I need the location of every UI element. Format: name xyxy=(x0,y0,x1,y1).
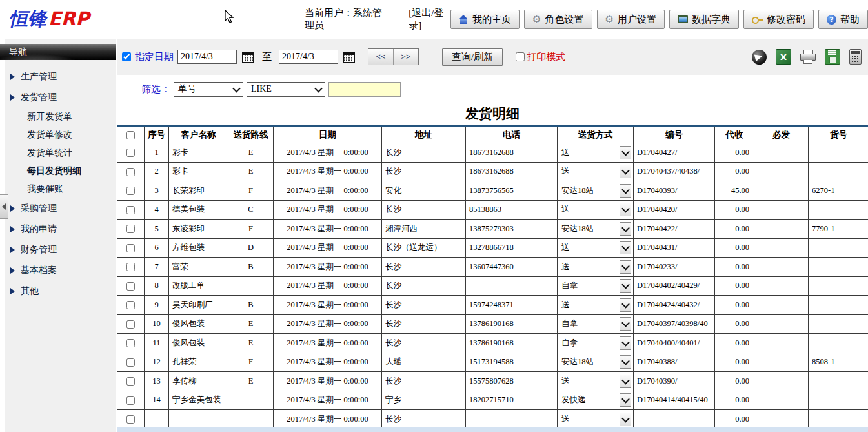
row-checkbox[interactable] xyxy=(126,168,135,176)
delivery-method-select[interactable]: 自拿 xyxy=(561,334,631,353)
filter-input[interactable] xyxy=(328,82,401,97)
delivery-method-select[interactable]: 送 xyxy=(561,143,631,162)
sidebar-item-其他[interactable]: 其他 xyxy=(0,281,116,302)
sidebar-item-我要催账[interactable]: 我要催账 xyxy=(0,180,116,198)
chevron-down-icon xyxy=(620,203,631,216)
seq-cell: 9 xyxy=(145,296,169,315)
row-checkbox[interactable] xyxy=(126,377,135,386)
calendar-icon[interactable] xyxy=(242,52,254,63)
change-password-button[interactable]: 修改密码 xyxy=(743,10,814,29)
cargo-number-cell: 8508-1 xyxy=(809,353,868,372)
delivery-method-value: 送 xyxy=(561,204,570,215)
sidebar-item-新开发货单[interactable]: 新开发货单 xyxy=(0,108,116,126)
table-row: 5东凌彩印F2017/4/3 星期一 0:00:00湘潭河西1387527930… xyxy=(117,220,868,239)
help-button[interactable]: 帮助 xyxy=(818,10,868,29)
sidebar-item-生产管理[interactable]: 生产管理 xyxy=(0,67,116,87)
calculator-icon[interactable] xyxy=(849,49,862,65)
row-checkbox[interactable] xyxy=(126,415,135,424)
delivery-method-select[interactable]: 送 xyxy=(561,163,631,181)
delivery-method-select[interactable]: 送 xyxy=(561,296,631,314)
delivery-method-select[interactable]: 发快递 xyxy=(561,391,631,410)
cargo-number-cell: 7790-1 xyxy=(809,220,868,239)
sidebar-item-每日发货明细[interactable]: 每日发货明细 xyxy=(0,162,116,180)
row-checkbox[interactable] xyxy=(126,358,135,367)
excel-export-icon[interactable] xyxy=(776,49,791,65)
user-settings-button[interactable]: ⚙ 用户设置 xyxy=(597,10,665,29)
delivery-method-select[interactable]: 自拿 xyxy=(561,277,631,296)
row-checkbox[interactable] xyxy=(126,339,135,347)
date-filter-checkbox[interactable] xyxy=(122,52,131,61)
collect-amount-cell: 0.00 xyxy=(715,391,754,410)
print-mode-label: 打印模式 xyxy=(527,51,565,63)
calendar-icon[interactable] xyxy=(343,52,355,63)
sidebar-item-财务管理[interactable]: 财务管理 xyxy=(0,240,116,260)
delivery-method-select[interactable]: 安达18站 xyxy=(561,353,631,372)
my-home-button[interactable]: 我的主页 xyxy=(450,10,520,29)
row-checkbox[interactable] xyxy=(126,320,135,329)
row-checkbox[interactable] xyxy=(126,149,135,157)
row-checkbox-cell xyxy=(117,276,145,296)
delivery-method-select[interactable]: 送 xyxy=(561,239,631,258)
query-refresh-button[interactable]: 查询/刷新 xyxy=(442,48,503,66)
sidebar-collapse-arrow-icon[interactable] xyxy=(0,194,8,219)
column-header-日期: 日期 xyxy=(274,126,382,143)
phone-cell: 13875279303 xyxy=(466,220,558,239)
delivery-method-select[interactable]: 自拿 xyxy=(561,315,631,334)
sidebar-item-发货单统计[interactable]: 发货单统计 xyxy=(0,144,116,162)
row-checkbox[interactable] xyxy=(126,301,135,309)
column-header-代收: 代收 xyxy=(715,126,754,143)
row-checkbox[interactable] xyxy=(126,263,135,271)
row-checkbox[interactable] xyxy=(126,225,135,233)
filter-field-select[interactable]: 单号 xyxy=(174,82,243,97)
date-from-input[interactable] xyxy=(177,50,237,64)
role-settings-button[interactable]: ⚙ 角色设置 xyxy=(524,10,592,29)
delivery-method-select[interactable]: 送 xyxy=(561,201,631,220)
data-dictionary-button[interactable]: 数据字典 xyxy=(669,10,739,29)
address-cell: 长沙 xyxy=(382,314,466,334)
must-send-cell xyxy=(754,200,809,220)
sidebar-item-发货管理[interactable]: 发货管理 xyxy=(0,87,116,108)
date-to-input[interactable] xyxy=(279,50,338,64)
row-checkbox-cell xyxy=(117,200,145,220)
address-cell: 长沙 xyxy=(382,276,466,296)
must-send-cell xyxy=(754,276,809,296)
bottom-scrollbar[interactable] xyxy=(117,427,868,432)
row-checkbox[interactable] xyxy=(126,396,135,405)
delivery-method-cell: 送 xyxy=(558,238,634,258)
row-checkbox[interactable] xyxy=(126,187,135,195)
delivery-method-select[interactable]: 送 xyxy=(561,410,631,429)
code-cell: D17040422/ xyxy=(634,220,715,239)
delivery-method-select[interactable]: 送 xyxy=(561,372,631,391)
delivery-method-cell: 发快递 xyxy=(558,391,634,410)
logout-link[interactable]: [退出/登录] xyxy=(409,7,450,32)
date-filter-label: 指定日期 xyxy=(135,51,174,63)
delivery-method-select[interactable]: 安达18站 xyxy=(561,181,631,200)
row-checkbox-cell xyxy=(117,181,145,201)
print-mode-checkbox[interactable] xyxy=(516,52,525,61)
sidebar-item-采购管理[interactable]: 采购管理 xyxy=(0,198,116,219)
phone-cell: 15974248371 xyxy=(466,296,558,315)
delivery-method-select[interactable]: 送 xyxy=(561,258,631,276)
prev-day-button[interactable]: << xyxy=(368,49,393,65)
row-checkbox[interactable] xyxy=(126,282,135,291)
row-checkbox-cell xyxy=(117,296,145,315)
row-checkbox[interactable] xyxy=(126,206,135,214)
next-day-button[interactable]: >> xyxy=(393,49,418,65)
app-logo: 恒锋ERP xyxy=(0,0,116,39)
address-cell: 长沙 xyxy=(382,296,466,315)
save-icon[interactable] xyxy=(825,49,840,65)
row-checkbox[interactable] xyxy=(126,244,135,252)
print-icon[interactable] xyxy=(800,50,816,64)
sidebar-item-我的申请[interactable]: 我的申请 xyxy=(0,219,116,240)
sidebar-item-发货单修改[interactable]: 发货单修改 xyxy=(0,126,116,144)
chevron-down-icon xyxy=(620,279,631,293)
must-send-cell xyxy=(754,372,809,391)
code-cell: D17040427/ xyxy=(634,143,715,163)
address-cell: 长沙 xyxy=(382,410,466,429)
sidebar-item-label: 我要催账 xyxy=(27,183,63,195)
sidebar-item-基本档案[interactable]: 基本档案 xyxy=(0,260,116,281)
delivery-method-select[interactable]: 安达18站 xyxy=(561,220,631,238)
sphere-icon[interactable] xyxy=(752,50,767,65)
select-all-checkbox[interactable] xyxy=(126,131,135,139)
filter-operator-select[interactable]: LIKE xyxy=(247,82,325,97)
